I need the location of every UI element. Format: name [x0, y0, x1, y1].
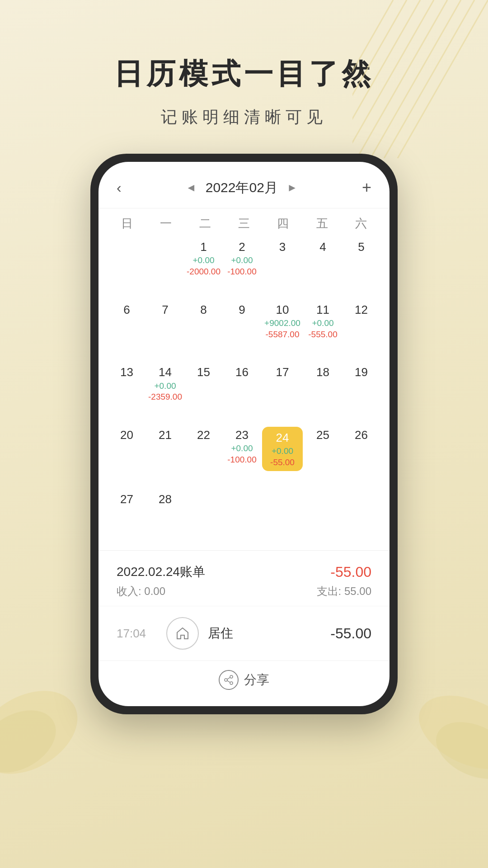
cal-cell-empty	[342, 487, 380, 550]
cal-cell-19[interactable]: 19	[342, 360, 380, 423]
svg-line-16	[227, 680, 230, 682]
weekday-thu: 四	[263, 216, 302, 231]
phone-mockup: ‹ ◄ 2022年02月 ► + 日 一 二 三 四 五 六	[90, 154, 398, 714]
txn-amount: -55.00	[330, 625, 371, 642]
bill-income-sub: 收入: 0.00	[117, 584, 165, 599]
cal-cell-24-today[interactable]: 24 +0.00 -55.00	[261, 423, 304, 487]
bill-date: 2022.02.24账单	[117, 563, 205, 580]
cal-cell-20[interactable]: 20	[108, 423, 146, 487]
cal-cell-28[interactable]: 28	[146, 487, 184, 550]
bill-section: 2022.02.24账单 -55.00 收入: 0.00 支出: 55.00	[99, 550, 389, 606]
transaction-row[interactable]: 17:04 居住 -55.00	[99, 606, 389, 660]
cal-cell-1[interactable]: 1 +0.00 -2000.00	[184, 235, 223, 298]
calendar-header: ‹ ◄ 2022年02月 ► +	[99, 162, 389, 208]
cal-cell-25[interactable]: 25	[304, 423, 342, 487]
cal-cell-empty	[223, 487, 261, 550]
txn-icon-home	[166, 617, 199, 650]
cal-cell-16[interactable]: 16	[223, 360, 261, 423]
phone-inner: ‹ ◄ 2022年02月 ► + 日 一 二 三 四 五 六	[99, 162, 389, 706]
phone-outer: ‹ ◄ 2022年02月 ► + 日 一 二 三 四 五 六	[90, 154, 398, 714]
cal-cell-11[interactable]: 11 +0.00 -555.00	[304, 298, 342, 361]
weekday-sun: 日	[108, 216, 146, 231]
txn-time: 17:04	[117, 627, 157, 641]
share-icon	[219, 670, 239, 690]
svg-point-10	[408, 681, 488, 784]
bill-header: 2022.02.24账单 -55.00	[117, 563, 371, 580]
cal-cell-17[interactable]: 17	[261, 360, 304, 423]
cal-cell-9[interactable]: 9	[223, 298, 261, 361]
bill-sub: 收入: 0.00 支出: 55.00	[117, 584, 371, 599]
weekday-wed: 三	[225, 216, 263, 231]
cal-cell-2[interactable]: 2 +0.00 -100.00	[223, 235, 261, 298]
cal-cell-27[interactable]: 27	[108, 487, 146, 550]
cal-cell-22[interactable]: 22	[184, 423, 223, 487]
cal-cell-4[interactable]: 4	[304, 235, 342, 298]
cal-cell-empty	[261, 487, 304, 550]
share-label: 分享	[244, 671, 269, 689]
svg-point-8	[0, 674, 90, 778]
calendar-grid: 1 +0.00 -2000.00 2 +0.00 -100.00 3 4 5	[99, 235, 389, 550]
cal-cell-empty	[108, 235, 146, 298]
svg-point-12	[230, 675, 233, 678]
cal-cell-empty	[146, 235, 184, 298]
txn-name: 居住	[208, 625, 321, 642]
cal-cell-8[interactable]: 8	[184, 298, 223, 361]
cal-cell-empty	[304, 487, 342, 550]
add-button[interactable]: +	[362, 178, 371, 197]
bill-expense-sub: 支出: 55.00	[317, 584, 371, 599]
svg-point-13	[225, 679, 227, 681]
bill-total: -55.00	[330, 564, 371, 580]
cal-cell-5[interactable]: 5	[342, 235, 380, 298]
prev-month-button[interactable]: ◄	[186, 181, 197, 194]
next-month-button[interactable]: ►	[287, 181, 298, 194]
cal-cell-15[interactable]: 15	[184, 360, 223, 423]
cal-cell-3[interactable]: 3	[261, 235, 304, 298]
cal-cell-7[interactable]: 7	[146, 298, 184, 361]
cal-cell-10[interactable]: 10 +9002.00 -5587.00	[261, 298, 304, 361]
cal-cell-6[interactable]: 6	[108, 298, 146, 361]
subheadline: 记账明细清晰可见	[0, 106, 488, 128]
cal-cell-26[interactable]: 26	[342, 423, 380, 487]
weekday-sat: 六	[342, 216, 380, 231]
cal-cell-13[interactable]: 13	[108, 360, 146, 423]
cal-cell-21[interactable]: 21	[146, 423, 184, 487]
weekday-fri: 五	[302, 216, 341, 231]
deco-bottom-right	[398, 642, 488, 800]
cal-cell-14[interactable]: 14 +0.00 -2359.00	[146, 360, 184, 423]
svg-point-9	[0, 698, 67, 778]
cal-cell-23[interactable]: 23 +0.00 -100.00	[223, 423, 261, 487]
svg-line-15	[227, 677, 230, 679]
today-highlight: 24 +0.00 -55.00	[262, 427, 303, 471]
month-title: 2022年02月	[206, 179, 278, 197]
cal-cell-empty	[184, 487, 223, 550]
deco-bottom-left	[0, 642, 90, 778]
weekday-mon: 一	[146, 216, 185, 231]
month-nav: ◄ 2022年02月 ►	[186, 179, 298, 197]
weekday-row: 日 一 二 三 四 五 六	[99, 208, 389, 235]
svg-point-14	[230, 682, 233, 684]
weekday-tue: 二	[186, 216, 225, 231]
headline: 日历模式一目了然	[0, 0, 488, 94]
svg-point-11	[427, 711, 488, 790]
back-button[interactable]: ‹	[117, 179, 122, 196]
share-bar[interactable]: 分享	[99, 660, 389, 706]
cal-cell-12[interactable]: 12	[342, 298, 380, 361]
cal-cell-18[interactable]: 18	[304, 360, 342, 423]
